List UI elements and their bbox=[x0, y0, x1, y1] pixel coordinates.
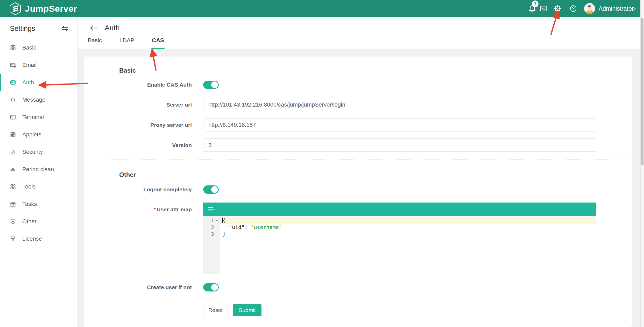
sidebar-item-message[interactable]: Message bbox=[0, 91, 77, 108]
notification-count-badge[interactable]: 1 bbox=[532, 1, 539, 7]
version-input[interactable] bbox=[203, 138, 596, 152]
scrollbar-track[interactable] bbox=[640, 0, 644, 327]
avatar[interactable] bbox=[584, 3, 595, 14]
page-body: Basic Enable CAS Auth Server url Proxy s… bbox=[78, 50, 644, 327]
fold-caret-icon[interactable] bbox=[216, 220, 218, 221]
toggle-knob bbox=[211, 284, 218, 291]
code-line-2: "uid": "username" bbox=[220, 224, 596, 231]
broom-icon bbox=[10, 166, 16, 172]
enable-cas-label: Enable CAS Auth bbox=[84, 81, 192, 89]
text-cursor bbox=[222, 218, 223, 223]
sidebar-item-basic[interactable]: Basic bbox=[0, 39, 77, 56]
calendar-check-icon bbox=[10, 201, 16, 207]
jumpserver-logo[interactable]: JumpServer bbox=[9, 2, 77, 15]
editor-toolbar bbox=[203, 203, 596, 216]
terminal-icon bbox=[10, 114, 16, 120]
create-user-toggle[interactable] bbox=[203, 283, 219, 291]
section-title-other: Other bbox=[119, 171, 136, 178]
code-line-3: } bbox=[220, 231, 596, 237]
app-grid-icon bbox=[10, 131, 16, 138]
submit-button[interactable]: Submit bbox=[233, 304, 261, 316]
toggle-knob bbox=[211, 186, 218, 193]
proxy-url-input[interactable] bbox=[203, 118, 596, 131]
page-header: Auth Basic LDAP CAS bbox=[78, 17, 644, 49]
sidebar-header: Settings bbox=[0, 23, 77, 34]
tag-icon bbox=[10, 236, 16, 242]
sidebar-item-other[interactable]: Other bbox=[0, 213, 77, 230]
page-title: Auth bbox=[105, 24, 120, 32]
hexagon-logo-icon bbox=[9, 2, 21, 15]
sidebar-title: Settings bbox=[10, 25, 35, 33]
octagon-dot-icon bbox=[10, 218, 16, 225]
code-line-1: { bbox=[220, 217, 596, 224]
tab-cas[interactable]: CAS bbox=[151, 37, 164, 49]
tab-basic[interactable]: Basic bbox=[87, 37, 102, 49]
enable-cas-toggle[interactable] bbox=[203, 81, 219, 89]
section-divider bbox=[110, 159, 625, 160]
gear-icon bbox=[553, 4, 562, 13]
scrollbar-thumb[interactable] bbox=[641, 18, 643, 165]
sidebar-item-tasks[interactable]: Tasks bbox=[0, 195, 77, 213]
editor-body[interactable]: 1 2 3 { "uid": "username" } bbox=[203, 216, 596, 274]
user-attr-map-editor[interactable]: 1 2 3 { "uid": "username" } bbox=[203, 203, 596, 274]
top-bar: JumpServer 1 bbox=[0, 0, 644, 17]
bell-icon bbox=[10, 97, 16, 103]
section-title-basic: Basic bbox=[119, 67, 136, 74]
line-number: 3 bbox=[203, 231, 220, 237]
line-number: 2 bbox=[203, 224, 220, 231]
reset-button[interactable]: Reset bbox=[203, 304, 228, 316]
help-button[interactable] bbox=[569, 4, 577, 13]
editor-code[interactable]: { "uid": "username" } bbox=[220, 216, 596, 274]
format-lines-icon[interactable] bbox=[208, 207, 215, 211]
sidebar-item-auth[interactable]: Auth bbox=[0, 74, 77, 91]
logout-completely-label: Logout completely bbox=[84, 185, 192, 194]
swap-arrows-icon bbox=[61, 25, 69, 32]
chevron-down-icon[interactable] bbox=[631, 7, 636, 12]
logout-completely-toggle[interactable] bbox=[203, 185, 219, 194]
sidebar-collapse-button[interactable] bbox=[61, 25, 69, 32]
sidebar-item-terminal[interactable]: Terminal bbox=[0, 108, 77, 126]
version-label: Version bbox=[84, 138, 192, 152]
jumpserver-app: JumpServer 1 bbox=[0, 0, 644, 327]
sidebar-menu: Basic Email Auth Message Terminal Applet… bbox=[0, 39, 77, 247]
user-name-label: Administrator bbox=[599, 5, 634, 12]
sidebar-item-email[interactable]: Email bbox=[0, 56, 77, 74]
settings-sidebar: Settings Basic Email Auth bbox=[0, 17, 78, 327]
server-url-label: Server url bbox=[84, 98, 192, 111]
sidebar-item-period-clean[interactable]: Period clean bbox=[0, 161, 77, 178]
proxy-url-label: Proxy server url bbox=[84, 118, 192, 131]
settings-button[interactable] bbox=[553, 4, 562, 13]
logo-text: JumpServer bbox=[25, 4, 77, 14]
auth-tabs: Basic LDAP CAS bbox=[87, 37, 181, 49]
create-user-label: Create user if not bbox=[84, 283, 192, 291]
web-terminal-button[interactable] bbox=[540, 5, 547, 12]
arrow-left-icon bbox=[90, 25, 98, 31]
category-icon bbox=[10, 184, 16, 190]
toggle-knob bbox=[211, 81, 218, 88]
help-circle-icon bbox=[569, 4, 577, 13]
editor-gutter: 1 2 3 bbox=[203, 216, 220, 274]
back-button[interactable] bbox=[90, 25, 98, 31]
grid-icon bbox=[10, 45, 16, 51]
sidebar-item-license[interactable]: License bbox=[0, 230, 77, 247]
id-card-icon bbox=[10, 79, 16, 86]
cas-settings-card: Basic Enable CAS Auth Server url Proxy s… bbox=[84, 57, 632, 327]
terminal-window-icon bbox=[540, 5, 547, 12]
required-asterisk: * bbox=[153, 206, 155, 212]
shield-check-icon bbox=[10, 149, 16, 155]
sidebar-item-tools[interactable]: Tools bbox=[0, 178, 77, 195]
sidebar-item-security[interactable]: Security bbox=[0, 143, 77, 161]
sidebar-item-applets[interactable]: Applets bbox=[0, 126, 77, 143]
user-menu[interactable]: Administrator bbox=[599, 0, 634, 17]
server-url-input[interactable] bbox=[203, 98, 596, 111]
tab-ldap[interactable]: LDAP bbox=[119, 37, 135, 49]
user-attr-map-label: *User attr map bbox=[84, 206, 192, 213]
line-number: 1 bbox=[203, 217, 220, 224]
mail-gear-icon bbox=[10, 62, 16, 68]
